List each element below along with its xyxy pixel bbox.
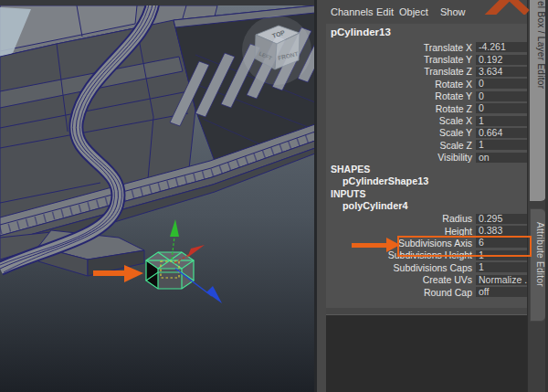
channel-row-rotate-z: Rotate Z 0 (326, 102, 527, 114)
channel-label[interactable]: Scale X (326, 115, 476, 126)
channel-label[interactable]: Scale Y (326, 127, 476, 138)
channel-value-field[interactable]: Normalize ... (476, 275, 527, 285)
channel-label[interactable]: Rotate Y (326, 90, 476, 101)
channel-row-translate-x: Translate X -4.261 (326, 41, 527, 53)
inputs-section-header: INPUTS (326, 188, 527, 200)
channel-label[interactable]: Translate Y (326, 54, 476, 65)
channel-value-field[interactable]: off (476, 287, 527, 297)
viewport-scene: TOP LEFT FRONT (0, 0, 317, 392)
channel-value-field[interactable]: 6 (476, 238, 527, 248)
channel-label[interactable]: Translate X (326, 42, 476, 53)
channel-label[interactable]: Translate Z (326, 66, 476, 77)
channel-value-field[interactable]: on (476, 153, 527, 163)
channel-label[interactable]: Subdivisions Height (326, 249, 476, 260)
channel-row-rotate-x: Rotate X 0 (326, 78, 527, 90)
channel-value-field[interactable]: 0.295 (476, 214, 527, 224)
input-node-name[interactable]: polyCylinder4 (326, 200, 527, 212)
channel-label[interactable]: Radius (326, 213, 476, 224)
channel-box-list: pCylinder13 Translate X -4.261 Translate… (326, 24, 527, 308)
channel-row-scale-y: Scale Y 0.664 (326, 127, 527, 139)
channel-label[interactable]: Create UVs (326, 274, 476, 285)
channel-label[interactable]: Subdivisions Axis (326, 238, 476, 249)
channel-row-create-uvs: Create UVs Normalize ... (326, 273, 527, 285)
channel-row-rotate-y: Rotate Y 0 (326, 90, 527, 102)
channel-label[interactable]: Scale Z (326, 140, 476, 151)
channel-label[interactable]: Subdivisions Caps (326, 262, 476, 273)
channel-label[interactable]: Round Cap (326, 287, 476, 298)
channel-row-round-cap: Round Cap off (326, 286, 527, 298)
channel-value-field[interactable]: 0.664 (476, 128, 527, 138)
channel-value-field[interactable]: 3.634 (476, 67, 527, 77)
tab-attribute-editor[interactable]: Attribute Editor (530, 208, 546, 322)
channel-value-field[interactable]: 1 (476, 140, 527, 150)
channel-value-field[interactable]: 0 (476, 103, 527, 113)
selected-cylinder[interactable] (146, 252, 194, 289)
channel-row-radius: Radius 0.295 (326, 212, 527, 224)
menu-object[interactable]: Object (399, 6, 428, 17)
channel-value-field[interactable]: 0.192 (476, 55, 527, 65)
channel-value-field[interactable]: -4.261 (476, 42, 527, 52)
channel-row-translate-y: Translate Y 0.192 (326, 53, 527, 65)
panel-annotation-arrow (352, 243, 388, 248)
channel-row-translate-z: Translate Z 3.634 (326, 66, 527, 78)
shapes-section-header: SHAPES (326, 164, 527, 175)
channel-row-visibility: Visibility on (326, 152, 527, 164)
viewcube[interactable]: TOP LEFT FRONT (242, 16, 311, 85)
channel-value-field[interactable]: 0 (476, 91, 527, 101)
panel-annotation-arrow-head (386, 238, 400, 252)
channel-label[interactable]: Visibility (326, 152, 476, 163)
channel-row-subdivisions-height: Subdivisions Height 1 (326, 249, 527, 261)
channel-value-field[interactable]: 0.383 (476, 226, 527, 236)
channel-row-height: Height 0.383 (326, 225, 527, 237)
channel-row-scale-x: Scale X 1 (326, 114, 527, 126)
viewport-top-strip (0, 0, 317, 5)
channel-value-field[interactable]: 1 (476, 262, 527, 272)
channel-box-menubar: Channels Edit Object Show (317, 0, 527, 24)
menu-edit[interactable]: Edit (376, 6, 394, 17)
tab-channel-box-layer-editor[interactable]: Channel Box / Layer Editor (530, 0, 546, 201)
channel-label[interactable]: Rotate X (326, 79, 476, 90)
channel-box-panel: Channels Edit Object Show pCylinder13 Tr… (317, 0, 527, 392)
shape-node-name[interactable]: pCylinderShape13 (326, 175, 527, 187)
maya-window: TOP LEFT FRONT (0, 0, 548, 392)
channel-row-subdivisions-caps: Subdivisions Caps 1 (326, 261, 527, 273)
layer-editor-area[interactable] (326, 314, 527, 392)
panel-divider (326, 308, 527, 314)
channel-value-field[interactable]: 1 (476, 250, 527, 260)
menu-show[interactable]: Show (440, 6, 466, 17)
channel-label[interactable]: Rotate Z (326, 103, 476, 114)
viewport-3d[interactable]: TOP LEFT FRONT (0, 0, 317, 392)
channel-value-field[interactable]: 1 (476, 116, 527, 126)
menu-channels[interactable]: Channels (331, 6, 373, 17)
object-name[interactable]: pCylinder13 (326, 24, 527, 41)
channel-label[interactable]: Height (326, 226, 476, 237)
channel-value-field[interactable]: 0 (476, 79, 527, 89)
channel-row-scale-z: Scale Z 1 (326, 139, 527, 151)
